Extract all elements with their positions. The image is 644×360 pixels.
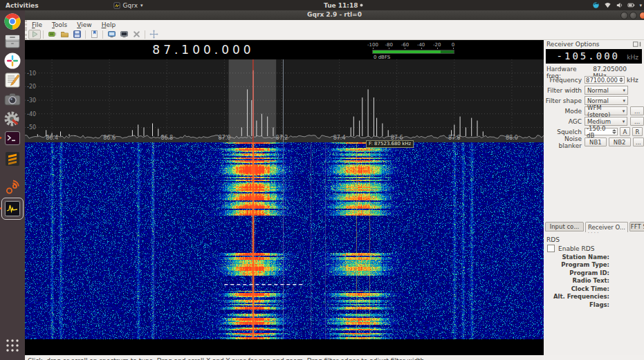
menu-help[interactable]: Help bbox=[97, 21, 121, 28]
app-indicator-icon[interactable] bbox=[592, 1, 600, 9]
title-bar[interactable]: Gqrx 2.9 - rtl=0 bbox=[25, 10, 644, 21]
meter-tick-label: -100 bbox=[367, 42, 378, 48]
noise-blanker-nb1-button[interactable]: NB1 bbox=[585, 138, 607, 146]
spin-down-icon bbox=[612, 132, 616, 134]
configure-io-button[interactable] bbox=[46, 30, 58, 39]
panel-resize-handle[interactable]: ···· bbox=[544, 232, 644, 235]
panel-title: Receiver Options bbox=[546, 41, 600, 48]
fft-plot[interactable]: -10-20-30-40-5086.486.686.887.087.287.48… bbox=[25, 59, 544, 142]
noise-blanker--button[interactable]: ... bbox=[633, 138, 644, 146]
svg-text:-30: -30 bbox=[27, 97, 36, 104]
dock-item-screenshot-tool[interactable] bbox=[3, 91, 21, 108]
start-dsp-button[interactable] bbox=[28, 30, 41, 39]
dock-item-show-applications[interactable] bbox=[3, 337, 21, 354]
remote-control-button[interactable] bbox=[105, 30, 118, 39]
activities-button[interactable]: Activities bbox=[0, 2, 44, 9]
crosshair-icon bbox=[149, 30, 158, 39]
mode-more-button[interactable]: ... bbox=[630, 106, 644, 115]
network-icon[interactable] bbox=[604, 1, 611, 9]
meter-tick-label: -60 bbox=[401, 42, 409, 48]
load-settings-button[interactable] bbox=[58, 30, 71, 39]
gqrx-icon bbox=[3, 200, 21, 218]
meter-tick-mark bbox=[389, 48, 389, 49]
squelch-r-button[interactable]: R bbox=[632, 127, 643, 136]
filter-width-row: Filter widthNormal▾ bbox=[544, 85, 644, 95]
rds-field-row: Program ID: bbox=[544, 269, 644, 277]
window-title: Gqrx 2.9 - rtl=0 bbox=[25, 11, 644, 18]
noise-blanker-row: Noise blankerNB1NB2... bbox=[544, 137, 644, 147]
menu-file[interactable]: File bbox=[27, 21, 47, 28]
dock-item-text-editor[interactable] bbox=[3, 71, 21, 89]
rds-field-row: Station Name: bbox=[544, 253, 644, 261]
rds-alt-frequencies-label: Alt. Frequencies: bbox=[544, 293, 609, 300]
close-button[interactable] bbox=[639, 12, 644, 19]
menu-view[interactable]: View bbox=[72, 21, 96, 28]
meter-tick-label: -80 bbox=[385, 42, 392, 48]
dock-item-slack[interactable] bbox=[3, 52, 21, 70]
center-fft-button[interactable] bbox=[147, 30, 160, 39]
enable-rds-checkbox[interactable] bbox=[547, 245, 555, 252]
volume-icon[interactable] bbox=[616, 1, 623, 9]
dock-item-gqrx[interactable] bbox=[3, 200, 21, 218]
rds-field-row: Radio Text: bbox=[544, 277, 644, 285]
dx-cluster-button[interactable] bbox=[130, 30, 142, 39]
rds-fields: Station Name:Program Type:Program ID:Rad… bbox=[544, 253, 644, 309]
dock-item-terminal[interactable] bbox=[3, 129, 21, 147]
dock-item-gnuradio[interactable] bbox=[3, 178, 21, 196]
status-bar: Click, drag or scroll on spectrum to tun… bbox=[25, 355, 644, 360]
svg-text:-50: -50 bbox=[27, 124, 36, 131]
tray-chevron-icon[interactable]: ▾ bbox=[639, 3, 642, 8]
menu-tools[interactable]: Tools bbox=[47, 21, 72, 28]
battery-icon[interactable] bbox=[627, 1, 635, 9]
save-settings-button[interactable] bbox=[71, 30, 83, 39]
filter-width-value: Normal bbox=[587, 87, 609, 94]
terminal-icon bbox=[3, 129, 21, 147]
waterfall[interactable] bbox=[25, 142, 544, 339]
meter-tick-mark bbox=[405, 48, 405, 49]
mode-select[interactable]: WFM (stereo)▾ bbox=[585, 106, 627, 115]
dock-item-system-settings[interactable] bbox=[3, 110, 21, 128]
tab-input-co[interactable]: Input co... bbox=[545, 222, 584, 231]
meter-tick-label: -20 bbox=[433, 42, 441, 48]
maximize-button[interactable] bbox=[629, 12, 637, 19]
meter-tick-label: 0 bbox=[452, 42, 454, 48]
spinner-arrows-icon[interactable] bbox=[619, 77, 623, 82]
svg-text:-40: -40 bbox=[27, 111, 36, 117]
toolbar-separator bbox=[145, 30, 145, 39]
clock[interactable]: Tue 11:18 bbox=[324, 0, 363, 10]
rds-field-row: Flags: bbox=[544, 301, 644, 309]
frequency-readout[interactable]: 87.100.000 bbox=[113, 43, 293, 57]
squelch-label: Squelch bbox=[544, 129, 582, 135]
minimize-button[interactable] bbox=[620, 12, 628, 19]
remote-settings-button[interactable] bbox=[118, 30, 130, 39]
running-indicator bbox=[0, 136, 2, 140]
text-editor-icon bbox=[3, 71, 21, 89]
noise-blanker-nb2-button[interactable]: NB2 bbox=[609, 138, 631, 146]
squelch-value: -150.0 dB bbox=[587, 125, 611, 139]
app-menu-button[interactable]: Gqrx ▾ bbox=[113, 2, 143, 9]
squelch-input[interactable]: -150.0 dB bbox=[585, 128, 618, 135]
spectrum-panel: 87.100.000 0 dBFS -100-80-60-40-200 -10-… bbox=[25, 40, 544, 355]
chevron-down-icon: ▾ bbox=[140, 3, 143, 8]
dock-item-sublime-text[interactable] bbox=[3, 150, 21, 168]
frequency-tooltip: F: 87523.680 kHz bbox=[366, 140, 414, 148]
screenshot-tool-icon bbox=[3, 91, 21, 108]
agc-more-button[interactable]: ... bbox=[630, 117, 644, 126]
rds-field-row: Clock Time: bbox=[544, 285, 644, 293]
dock-item-file-manager[interactable] bbox=[3, 32, 21, 50]
agc-label: AGC bbox=[544, 118, 582, 125]
frequency-input[interactable]: 87100.000 bbox=[585, 76, 625, 84]
rds-header: RDS bbox=[544, 236, 644, 244]
frequency-digits-display[interactable]: -105.000 kHz bbox=[546, 49, 642, 64]
spin-up-icon bbox=[612, 129, 616, 131]
squelch-a-button[interactable]: A bbox=[620, 127, 630, 136]
tab-fft-se[interactable]: FFT Se... bbox=[629, 222, 644, 231]
dock-float-icon[interactable] bbox=[633, 41, 642, 47]
save-icon bbox=[73, 30, 82, 39]
filter-width-select[interactable]: Normal▾ bbox=[585, 86, 628, 95]
bookmarks-button[interactable] bbox=[88, 30, 100, 39]
toolbar-separator bbox=[85, 30, 86, 39]
rds-program-type-label: Program Type: bbox=[544, 261, 609, 268]
dock-item-chrome[interactable] bbox=[3, 12, 21, 30]
spinner-arrows-icon[interactable] bbox=[612, 129, 616, 134]
